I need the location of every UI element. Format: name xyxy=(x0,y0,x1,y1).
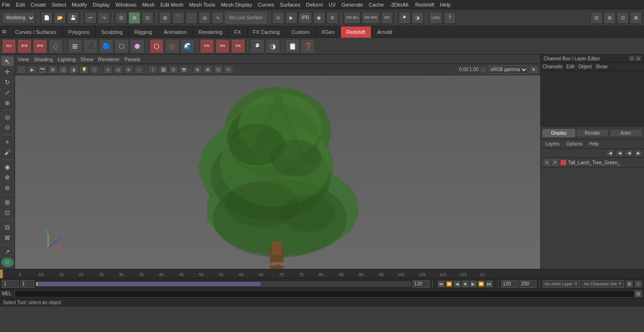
menu-deform[interactable]: Deform xyxy=(306,2,323,8)
vp-menu-view[interactable]: View xyxy=(18,57,29,62)
layout-btn1[interactable]: ⊟ xyxy=(590,12,603,24)
vp-menu-show[interactable]: Show xyxy=(81,57,94,62)
menu-edit[interactable]: Edit xyxy=(16,2,25,8)
chan-tab-object[interactable]: Object xyxy=(578,64,592,69)
char-set-btn2[interactable]: + xyxy=(635,280,642,288)
region1-btn[interactable]: ⊟ xyxy=(1,222,14,232)
viewport-canvas[interactable]: X Y Z persp xyxy=(15,75,540,269)
select-tool-btn[interactable]: ↖ xyxy=(1,57,14,66)
play-back-btn[interactable]: ◀ xyxy=(454,280,461,288)
vp-menu-panels[interactable]: Panels xyxy=(124,57,140,62)
current-frame-input[interactable] xyxy=(2,280,19,288)
range-end-input[interactable] xyxy=(413,280,429,288)
tab-animation[interactable]: Animation xyxy=(158,26,193,38)
layer-icon-1[interactable]: ◀ xyxy=(606,150,614,156)
menu-mesh[interactable]: Mesh xyxy=(142,2,155,8)
layout-btn3[interactable]: ⊡ xyxy=(617,12,629,24)
chan-tab-show[interactable]: Show xyxy=(595,64,607,69)
sculpt3-btn[interactable]: ⊜ xyxy=(1,183,14,192)
tab-redshift[interactable]: Redshift xyxy=(341,26,372,38)
layer-icon-3[interactable]: ◀ xyxy=(625,150,633,156)
region2-btn[interactable]: ⊠ xyxy=(1,233,14,242)
panel-close[interactable]: × xyxy=(636,56,641,61)
vt-wire[interactable]: ◫ xyxy=(58,65,68,74)
snap2-btn[interactable]: ⊡ xyxy=(1,208,14,217)
undo-btn[interactable]: ↩ xyxy=(84,12,97,24)
shelf-ipr2[interactable]: IPR xyxy=(33,39,47,53)
paint-sel-btn[interactable]: 🖌 xyxy=(1,148,14,157)
vt-xray[interactable]: ◎ xyxy=(114,65,123,74)
shelf-red1[interactable]: ⬡ xyxy=(149,39,164,53)
maya-ipr-btn[interactable]: ◑ xyxy=(412,12,424,24)
tab-fx[interactable]: FX xyxy=(229,26,247,38)
redo-btn[interactable]: ↪ xyxy=(98,12,110,24)
mode-dropdown[interactable]: Modeling xyxy=(2,12,35,24)
shelf-pr2[interactable]: PR xyxy=(215,39,230,53)
anim-tab[interactable]: Anim xyxy=(610,129,642,137)
go-end-btn[interactable]: ⏭ xyxy=(486,280,493,288)
maya-logo-btn[interactable]: M xyxy=(1,258,14,267)
shelf-rs3[interactable]: 🌊 xyxy=(181,39,195,53)
layer-playback[interactable]: P xyxy=(552,159,559,166)
shelf-help[interactable]: ❓ xyxy=(301,39,315,53)
shelf-pr3[interactable]: PR xyxy=(231,39,245,53)
tab-xgen[interactable]: XGen xyxy=(315,26,340,38)
panel-minimize[interactable]: − xyxy=(629,56,635,61)
render-tab[interactable]: Render xyxy=(576,129,609,137)
anim-end-input[interactable] xyxy=(501,280,518,288)
vt-iso[interactable]: ⊙ xyxy=(103,65,113,74)
timeline-bg[interactable]: 1 5 10 15 20 25 30 35 40 45 50 55 60 65 … xyxy=(0,269,540,279)
shelf-rv[interactable]: RV xyxy=(2,39,16,53)
menu-surfaces[interactable]: Surfaces xyxy=(280,2,300,8)
tab-rendering[interactable]: Rendering xyxy=(193,26,229,38)
play-btn[interactable]: ▶ xyxy=(470,280,477,288)
menu-mesh-tools[interactable]: Mesh Tools xyxy=(189,2,215,8)
go-start-btn[interactable]: ⏮ xyxy=(438,280,445,288)
shelf-geom2[interactable]: ⬟ xyxy=(130,39,144,53)
history-btn[interactable]: ⊙ xyxy=(272,12,284,24)
help-tab[interactable]: Help xyxy=(586,140,602,147)
menu-mesh-display[interactable]: Mesh Display xyxy=(221,2,252,8)
vt-color-icon[interactable] xyxy=(479,66,487,73)
rs-log-btn[interactable]: LOG xyxy=(429,12,443,24)
range-start-input[interactable] xyxy=(20,280,34,288)
vt-motion[interactable]: ⤵ xyxy=(148,65,157,74)
shelf-log[interactable]: 📋 xyxy=(285,39,299,53)
vt-render[interactable]: ▶ xyxy=(27,65,37,74)
scale-tool-btn[interactable]: ⤢ xyxy=(1,88,14,97)
save-scene-btn[interactable]: 💾 xyxy=(67,12,79,24)
mel-settings-icon[interactable]: ⊞ xyxy=(635,290,642,298)
universal-tool-btn[interactable]: ⊕ xyxy=(1,98,14,107)
layer-row-default[interactable]: V P Tall_Larch_Tree_Green_ xyxy=(541,158,644,168)
anim-layer-select[interactable]: No Anim Layer ▼ xyxy=(543,280,580,288)
show-manip-btn[interactable]: ⊙ xyxy=(1,123,14,132)
menu-help[interactable]: Help xyxy=(440,2,451,8)
vp-menu-lighting[interactable]: Lighting xyxy=(58,57,76,62)
tab-polygons[interactable]: Polygons xyxy=(62,26,95,38)
vt-ao[interactable]: ⊡ xyxy=(214,65,223,74)
vt-cs-arrow[interactable]: ▼ xyxy=(529,65,538,74)
chan-tab-edit[interactable]: Edit xyxy=(566,64,574,69)
step-back-btn[interactable]: ⏪ xyxy=(446,280,453,288)
step-fwd-btn[interactable]: ⏩ xyxy=(478,280,485,288)
snap-grid-btn[interactable]: ⊞ xyxy=(159,12,171,24)
layer-visibility[interactable]: V xyxy=(544,159,550,166)
sculpt-btn[interactable]: ◉ xyxy=(1,162,14,171)
tab-fx-caching[interactable]: FX Caching xyxy=(247,26,286,38)
shelf-light[interactable]: ◑ xyxy=(266,39,280,53)
snap-surface-btn[interactable]: ∿ xyxy=(212,12,224,24)
display-tab[interactable]: Display xyxy=(543,129,575,137)
char-set-select[interactable]: No Character Set ▼ xyxy=(582,280,624,288)
shelf-sphere[interactable]: 🔵 xyxy=(99,39,113,53)
shelf-ipr[interactable]: IPR xyxy=(17,39,32,53)
open-scene-btn[interactable]: 📂 xyxy=(54,12,66,24)
vt-persp[interactable]: 📷 xyxy=(38,65,47,74)
display-render-btn[interactable]: ◉ xyxy=(313,12,325,24)
snap1-btn[interactable]: ⊞ xyxy=(1,197,14,207)
menu-3dto[interactable]: -3DtoAll- xyxy=(389,2,410,8)
vt-shade[interactable]: ◑ xyxy=(69,65,78,74)
menu-uv[interactable]: UV xyxy=(329,2,336,8)
menu-cache[interactable]: Cache xyxy=(369,2,384,8)
vt-aa[interactable]: ⊠ xyxy=(203,65,213,74)
vt-img[interactable]: 🖼 xyxy=(158,65,168,74)
